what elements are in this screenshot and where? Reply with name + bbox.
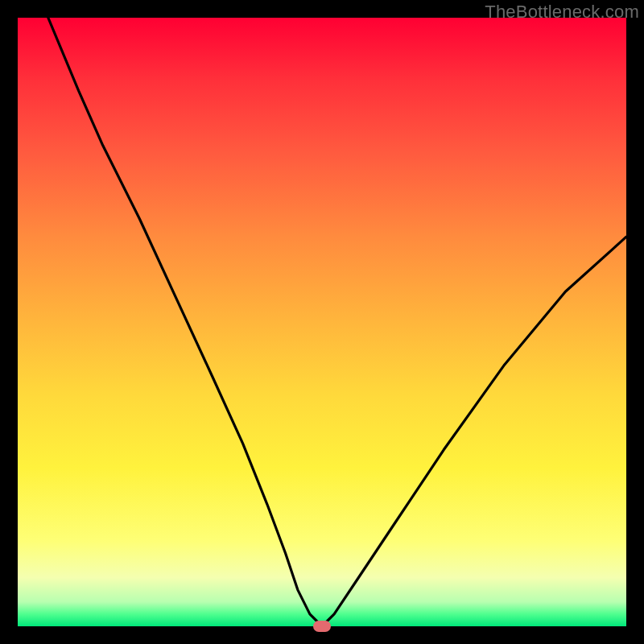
bottleneck-curve xyxy=(18,18,626,626)
plot-area xyxy=(18,18,626,626)
chart-frame: TheBottleneck.com xyxy=(0,0,644,644)
optimal-marker xyxy=(313,621,331,632)
